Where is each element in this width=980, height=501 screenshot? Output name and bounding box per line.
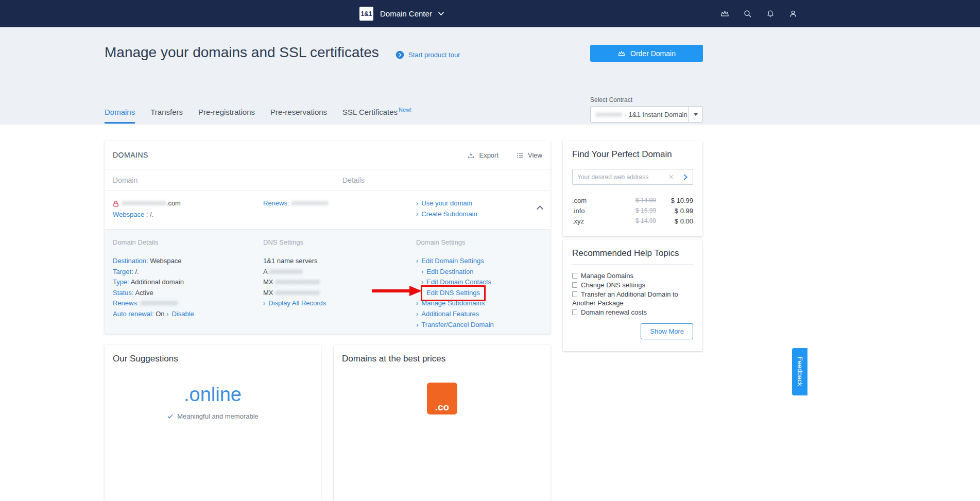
app-title: Domain Center — [380, 9, 432, 18]
tab-ssl-certificates[interactable]: SSL CertificatesNew! — [342, 108, 411, 124]
tab-transfers[interactable]: Transfers — [150, 108, 183, 124]
page-title: Manage your domains and SSL certificates — [105, 44, 379, 61]
a-record-line: A ######### — [263, 267, 326, 278]
new-price: $ 0.99 — [656, 207, 693, 215]
status-value: Active — [135, 289, 153, 297]
chevron-down-icon[interactable] — [438, 11, 444, 16]
transfer-cancel-domain-link[interactable]: Transfer/Cancel Domain — [416, 321, 494, 329]
brand-logo[interactable]: 1&1 — [359, 7, 373, 21]
suggestions-card: Our Suggestions .online Meaningful and m… — [105, 345, 321, 501]
tld-price-row: .xyz $ 14.99 $ 0.00 — [572, 216, 693, 226]
document-icon — [572, 291, 577, 297]
new-price: $ 0.00 — [656, 217, 693, 225]
help-topic-transfer-domain[interactable]: Transfer an Additional Domain to Another… — [572, 290, 693, 307]
search-icon[interactable] — [743, 9, 752, 19]
search-submit-chevron-icon[interactable] — [678, 174, 693, 181]
target-value: /. — [135, 268, 139, 275]
chevron-up-icon[interactable] — [536, 205, 544, 210]
help-topic-label: Manage Domains — [581, 272, 633, 280]
type-value: Additional domain — [131, 278, 184, 286]
destination-value: Webspace — [150, 257, 181, 265]
dns-settings-column: DNS Settings 1&1 name servers A ########… — [263, 238, 326, 309]
a-record-value-redacted: ######### — [269, 268, 303, 275]
contract-select[interactable]: ####### - 1&1 Instant Domain — [590, 106, 703, 123]
settings-item: Manage Subdomains — [416, 298, 494, 309]
tab-domains[interactable]: Domains — [105, 108, 135, 124]
best-prices-title: Domains at the best prices — [334, 345, 551, 371]
contract-name: - 1&1 Instant Domain — [625, 111, 687, 118]
column-details: Details — [342, 176, 365, 184]
tab-pre-reservations[interactable]: Pre-reservations — [270, 108, 327, 124]
webspace-link[interactable]: Webspace — [113, 211, 144, 218]
tab-label: Transfers — [150, 108, 183, 116]
view-button[interactable]: View — [516, 151, 542, 159]
nameservers-line: 1&1 name servers — [263, 256, 326, 267]
show-more-button[interactable]: Show More — [641, 323, 693, 339]
tab-label: Pre-registrations — [198, 108, 255, 116]
help-topic-renewal-costs[interactable]: Domain renewal costs — [572, 308, 693, 317]
destination-label: Destination: — [113, 257, 148, 265]
mx-record-line: MX ############ — [263, 277, 326, 288]
help-topic-manage-domains[interactable]: Manage Domains — [572, 271, 693, 280]
mx-record-value-redacted: ############ — [275, 289, 320, 297]
suggestion-feature: Meaningful and memorable — [105, 412, 321, 420]
create-subdomain-link[interactable]: Create Subdomain — [416, 210, 477, 218]
mx-record-label: MX — [263, 289, 273, 297]
column-domain: Domain — [113, 176, 137, 184]
tld-name: .xyz — [572, 217, 599, 225]
expanded-details-panel: Domain Details Destination: Webspace Tar… — [105, 229, 551, 334]
user-icon[interactable] — [788, 9, 798, 19]
tab-pre-registrations[interactable]: Pre-registrations — [198, 108, 255, 124]
feedback-tab[interactable]: Feedback — [792, 348, 807, 395]
target-label: Target: — [113, 268, 133, 275]
domains-card-tools: Export View — [467, 151, 542, 159]
disable-auto-renewal-link[interactable]: Disable — [166, 310, 194, 318]
tab-bar: Domains Transfers Pre-registrations Pre-… — [105, 108, 411, 124]
annotation-arrow — [372, 289, 410, 292]
type-label: Type: — [113, 278, 129, 286]
new-price: $ 10.99 — [656, 197, 693, 204]
edit-destination-link[interactable]: Edit Destination — [421, 268, 473, 275]
help-topics-card: Recommended Help Topics Manage Domains C… — [563, 240, 702, 351]
new-badge: New! — [399, 107, 411, 113]
domain-search-input[interactable] — [573, 174, 664, 181]
help-topic-label: Change DNS settings — [581, 281, 645, 289]
bell-icon[interactable] — [766, 9, 775, 19]
domain-name[interactable]: ############.com — [122, 199, 181, 207]
mx-record-line: MX ############ — [263, 288, 326, 299]
display-all-records-link[interactable]: Display All Records — [263, 299, 326, 307]
help-topic-change-dns[interactable]: Change DNS settings — [572, 281, 693, 289]
tab-label: Pre-reservations — [270, 108, 327, 116]
brand-logo-text: 1&1 — [360, 10, 372, 18]
clear-icon[interactable] — [664, 174, 678, 180]
order-domain-button[interactable]: Order Domain — [590, 45, 703, 62]
suggestion-feature-text: Meaningful and memorable — [177, 412, 259, 420]
manage-subdomains-link[interactable]: Manage Subdomains — [416, 299, 485, 307]
tld-price-row: .com $ 14.99 $ 10.99 — [572, 195, 693, 205]
divider — [342, 371, 542, 371]
renews-value-redacted: ########## — [291, 199, 328, 207]
best-prices-card: Domains at the best prices .co — [334, 345, 551, 501]
select-contract-label: Select Contract — [590, 96, 632, 103]
additional-features-link[interactable]: Additional Features — [416, 310, 479, 318]
suggested-tld[interactable]: .online — [105, 384, 321, 406]
mx-record-label: MX — [263, 278, 273, 286]
edit-dns-settings-link[interactable]: Edit DNS Settings — [426, 289, 480, 297]
navbar-icons — [720, 0, 798, 27]
domain-name-redacted: ############ — [122, 199, 166, 207]
domain-search-box — [572, 169, 693, 185]
auto-renewal-line: Auto renewal: On Disable — [113, 309, 194, 320]
product-tour-link[interactable]: Start product tour — [408, 51, 460, 59]
dns-settings-heading: DNS Settings — [263, 238, 326, 246]
export-button[interactable]: Export — [467, 151, 498, 159]
table-row: ############.com Webspace : /. Renews: #… — [105, 191, 551, 229]
edit-domain-settings-link[interactable]: Edit Domain Settings — [416, 257, 484, 265]
list-view-icon — [516, 151, 524, 159]
domain-settings-column: Domain Settings Edit Domain Settings Edi… — [416, 238, 494, 330]
tab-label: Domains — [105, 108, 135, 116]
domain-tld: .com — [166, 199, 181, 207]
settings-item: Edit DNS Settings — [416, 288, 494, 299]
table-header: Domain Details — [105, 169, 551, 191]
shop-crown-icon[interactable] — [720, 9, 730, 19]
use-your-domain-link[interactable]: Use your domain — [416, 199, 472, 207]
